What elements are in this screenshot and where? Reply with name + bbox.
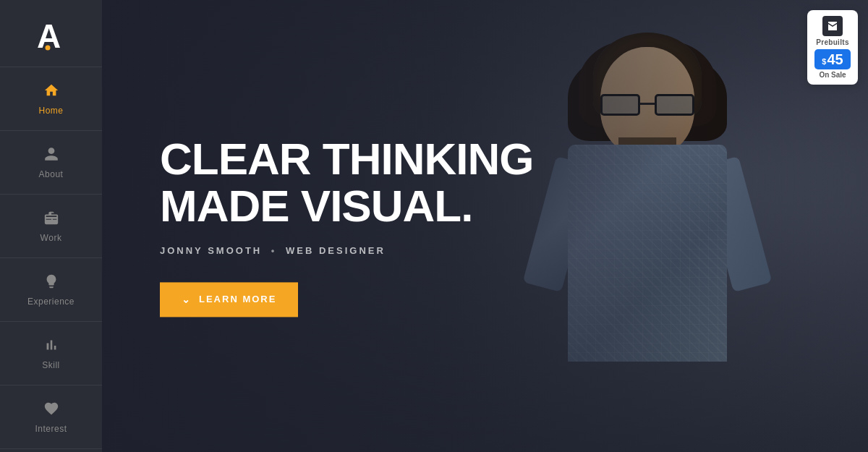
sidebar-item-home[interactable]: Home — [0, 67, 102, 131]
hero-title: CLEAR THINKING MADE VISUAL. — [160, 135, 533, 229]
chevron-down-icon: ⌄ — [182, 294, 192, 305]
prebuilts-store-icon — [826, 20, 839, 33]
prebuilts-icon — [822, 16, 843, 36]
price-symbol: $ — [822, 57, 826, 66]
sidebar-item-about-label: About — [39, 169, 64, 179]
bulb-icon — [43, 273, 59, 292]
chart-icon — [43, 337, 59, 356]
price-amount: 45 — [827, 52, 843, 67]
sidebar-item-skill-label: Skill — [42, 360, 60, 370]
home-icon — [43, 82, 59, 101]
sidebar-item-experience-label: Experience — [27, 297, 75, 307]
on-sale-label: On Sale — [819, 71, 846, 79]
hero-subtitle: JONNY SMOOTH • WEB DESIGNER — [160, 245, 533, 256]
subtitle-dot: • — [271, 245, 277, 256]
prebuilts-badge[interactable]: Prebuilts $ 45 On Sale — [807, 10, 858, 85]
sidebar-item-experience[interactable]: Experience — [0, 258, 102, 322]
heart-icon — [43, 401, 59, 419]
price-badge: $ 45 — [814, 49, 850, 69]
hero-person-role: WEB DESIGNER — [286, 245, 386, 256]
hero-content: CLEAR THINKING MADE VISUAL. JONNY SMOOTH… — [160, 135, 533, 317]
sidebar-item-home-label: Home — [38, 106, 63, 116]
sidebar-item-work-label: Work — [41, 233, 62, 243]
hero-person-name: JONNY SMOOTH — [160, 245, 262, 256]
sidebar-nav: Home About Work — [0, 67, 102, 449]
sidebar-item-about[interactable]: About — [0, 131, 102, 195]
sidebar-item-skill[interactable]: Skill — [0, 322, 102, 385]
learn-more-label: LEARN MORE — [199, 294, 276, 305]
briefcase-icon — [43, 210, 59, 229]
person-icon — [43, 146, 59, 165]
sidebar-item-interest-label: Interest — [35, 424, 67, 434]
prebuilts-label: Prebuilts — [816, 38, 849, 46]
main-content: CLEAR THINKING MADE VISUAL. JONNY SMOOTH… — [102, 0, 868, 452]
svg-point-1 — [45, 46, 50, 51]
sidebar: A Home About — [0, 0, 102, 452]
learn-more-button[interactable]: ⌄ LEARN MORE — [160, 282, 298, 317]
sidebar-item-interest[interactable]: Interest — [0, 385, 102, 449]
logo-area[interactable]: A — [0, 0, 102, 67]
logo-icon: A — [33, 16, 70, 54]
sidebar-item-work[interactable]: Work — [0, 195, 102, 258]
